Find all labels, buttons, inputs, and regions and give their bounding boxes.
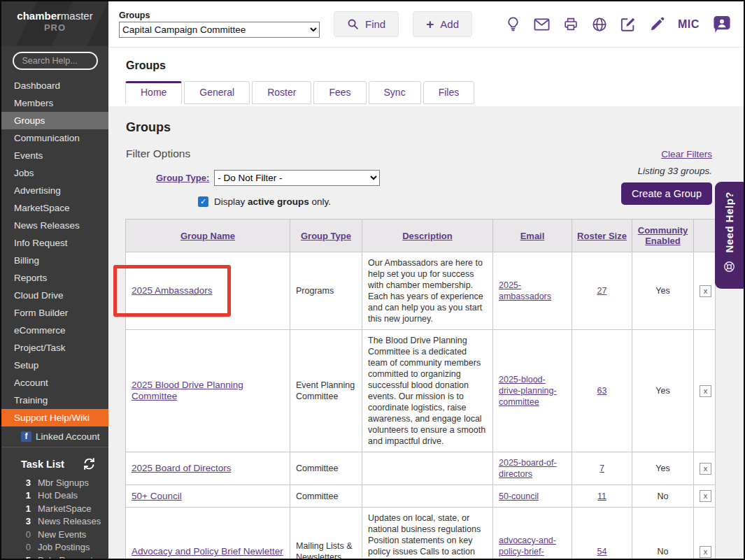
sidebar-item-groups[interactable]: Groups bbox=[1, 112, 108, 129]
header-community-enabled[interactable]: Community Enabled bbox=[632, 220, 694, 252]
task-item-new-events[interactable]: 0New Events bbox=[1, 528, 108, 541]
delete-group-button[interactable]: x bbox=[700, 385, 711, 397]
add-button[interactable]: + Add bbox=[413, 11, 472, 37]
header-group-name[interactable]: Group Name bbox=[126, 220, 290, 252]
tab-fees[interactable]: Fees bbox=[313, 81, 366, 104]
sidebar-item-communication[interactable]: Communication bbox=[1, 129, 108, 147]
task-count: 1 bbox=[20, 490, 31, 501]
task-refresh-icon[interactable] bbox=[83, 457, 96, 471]
sidebar-item-dashboard[interactable]: Dashboard bbox=[1, 77, 108, 94]
tab-bar: HomeGeneralRosterFeesSyncFiles bbox=[125, 81, 744, 104]
facebook-icon: f bbox=[21, 431, 31, 442]
delete-group-button[interactable]: x bbox=[700, 546, 711, 558]
task-label: Pub. Requests bbox=[38, 555, 97, 560]
roster-size-link[interactable]: 11 bbox=[597, 491, 606, 501]
sidebar-item-billing[interactable]: Billing bbox=[1, 252, 108, 269]
header-description[interactable]: Description bbox=[362, 220, 493, 252]
group-name-link[interactable]: 2025 Blood Drive Planning Committee bbox=[132, 380, 243, 401]
task-item-job-postings[interactable]: 0Job Postings bbox=[1, 541, 108, 554]
task-item-pub-requests[interactable]: 5Pub. Requests bbox=[1, 554, 108, 560]
group-email-link[interactable]: 50-council bbox=[499, 491, 539, 501]
delete-group-button[interactable]: x bbox=[700, 285, 711, 297]
group-email-link[interactable]: advocacy-and-policy-brief-newletter bbox=[499, 536, 556, 559]
pencil-icon[interactable] bbox=[649, 17, 665, 32]
brand-tier: PRO bbox=[1, 22, 108, 33]
active-groups-checkbox[interactable]: ✓ bbox=[198, 196, 208, 207]
sidebar-item-form-builder[interactable]: Form Builder bbox=[1, 304, 108, 322]
tab-home[interactable]: Home bbox=[125, 81, 182, 104]
lightbulb-icon[interactable] bbox=[506, 16, 520, 32]
active-groups-label: Display active groups only. bbox=[214, 196, 331, 207]
mic-button[interactable]: MIC bbox=[678, 18, 700, 31]
sidebar-item-project-task[interactable]: Project/Task bbox=[1, 339, 108, 357]
sidebar-item-setup[interactable]: Setup bbox=[1, 357, 108, 374]
group-email-link[interactable]: 2025-board-of-directors bbox=[499, 458, 557, 479]
context-picker: Groups Capital Campaign Committee bbox=[119, 10, 320, 38]
table-row: 2025 Blood Drive Planning CommitteeEvent… bbox=[126, 330, 716, 452]
table-row: 50+ CouncilCommittee50-council11Nox bbox=[126, 485, 716, 508]
task-list-items: 3Mbr Signups1Hot Deals1MarketSpace3News … bbox=[1, 476, 108, 560]
email-cell: 50-council bbox=[493, 485, 572, 508]
clear-filters-link[interactable]: Clear Filters bbox=[661, 149, 712, 159]
task-item-marketspace[interactable]: 1MarketSpace bbox=[1, 502, 108, 515]
compose-icon[interactable] bbox=[620, 17, 636, 32]
task-count: 1 bbox=[20, 503, 31, 514]
find-button[interactable]: Find bbox=[334, 11, 399, 37]
create-group-button[interactable]: Create a Group bbox=[621, 182, 712, 205]
sidebar-item-members[interactable]: Members bbox=[1, 94, 108, 112]
header-group-type[interactable]: Group Type bbox=[290, 220, 362, 252]
sidebar-item-info-request[interactable]: Info Request bbox=[1, 234, 108, 252]
sidebar-item-training[interactable]: Training bbox=[1, 392, 108, 409]
sidebar-item-advertising[interactable]: Advertising bbox=[1, 182, 108, 199]
roster-size-link[interactable]: 7 bbox=[599, 464, 604, 473]
task-item-hot-deals[interactable]: 1Hot Deals bbox=[1, 489, 108, 503]
tab-roster[interactable]: Roster bbox=[252, 81, 311, 104]
roster-size-link[interactable]: 63 bbox=[597, 386, 607, 396]
sidebar-item-marketspace[interactable]: MarketSpace bbox=[1, 199, 108, 217]
delete-group-button[interactable]: x bbox=[700, 463, 711, 475]
sidebar-item-linked-account[interactable]: fLinked Account bbox=[1, 426, 108, 447]
group-type-select[interactable]: - Do Not Filter - bbox=[214, 170, 380, 186]
sidebar-item-cloud-drive[interactable]: Cloud Drive bbox=[1, 287, 108, 304]
group-name-link[interactable]: 50+ Council bbox=[132, 491, 182, 501]
group-type-label[interactable]: Group Type: bbox=[156, 173, 209, 183]
app-logo: chambermaster PRO bbox=[1, 1, 108, 46]
delete-group-button[interactable]: x bbox=[700, 490, 711, 502]
panel-title: Groups bbox=[126, 120, 744, 135]
group-email-link[interactable]: 2025-blood-drive-planning-committee bbox=[499, 375, 557, 407]
sidebar-item-ecommerce[interactable]: eCommerce bbox=[1, 322, 108, 339]
group-context-select[interactable]: Capital Campaign Committee bbox=[119, 22, 320, 38]
group-name-link[interactable]: Advocacy and Policy Brief Newletter bbox=[132, 546, 283, 557]
header-email[interactable]: Email bbox=[493, 220, 572, 252]
tab-files[interactable]: Files bbox=[423, 81, 475, 104]
need-help-tab[interactable]: Need Help? bbox=[715, 182, 744, 289]
group-name-link[interactable]: 2025 Ambassadors bbox=[132, 285, 213, 296]
sidebar-item-account[interactable]: Account bbox=[1, 374, 108, 392]
sidebar-item-news-releases[interactable]: News Releases bbox=[1, 217, 108, 234]
task-count: 0 bbox=[20, 542, 31, 552]
groups-table-body: 2025 AmbassadorsProgramsOur Ambassadors … bbox=[126, 252, 716, 559]
print-icon[interactable] bbox=[563, 17, 579, 31]
search-help-input[interactable] bbox=[13, 52, 98, 70]
header-roster-size[interactable]: Roster Size bbox=[572, 220, 632, 252]
table-row: 2025 Board of DirectorsCommittee2025-boa… bbox=[126, 452, 716, 485]
roster-size-link[interactable]: 27 bbox=[597, 286, 607, 296]
group-type-cell: Committee bbox=[290, 485, 362, 508]
community-enabled-cell: Yes bbox=[632, 452, 694, 485]
table-row: 2025 AmbassadorsProgramsOur Ambassadors … bbox=[126, 252, 716, 330]
sidebar-item-reports[interactable]: Reports bbox=[1, 269, 108, 287]
group-email-link[interactable]: 2025-ambassadors bbox=[499, 280, 551, 301]
mail-icon[interactable] bbox=[534, 17, 550, 31]
globe-icon[interactable] bbox=[592, 17, 607, 32]
tab-general[interactable]: General bbox=[184, 81, 250, 104]
sidebar-item-events[interactable]: Events bbox=[1, 147, 108, 164]
tab-sync[interactable]: Sync bbox=[369, 81, 421, 104]
sidebar-item-jobs[interactable]: Jobs bbox=[1, 164, 108, 182]
sidebar-item-support-help-wiki[interactable]: Support Help/Wiki bbox=[1, 409, 108, 426]
groups-table: Group Name Group Type Description Email … bbox=[125, 219, 716, 559]
task-item-news-releases[interactable]: 3News Releases bbox=[1, 515, 108, 529]
chat-person-icon[interactable] bbox=[713, 15, 732, 34]
task-item-mbr-signups[interactable]: 3Mbr Signups bbox=[1, 476, 108, 489]
roster-size-link[interactable]: 54 bbox=[597, 547, 607, 557]
group-name-link[interactable]: 2025 Board of Directors bbox=[132, 463, 232, 473]
